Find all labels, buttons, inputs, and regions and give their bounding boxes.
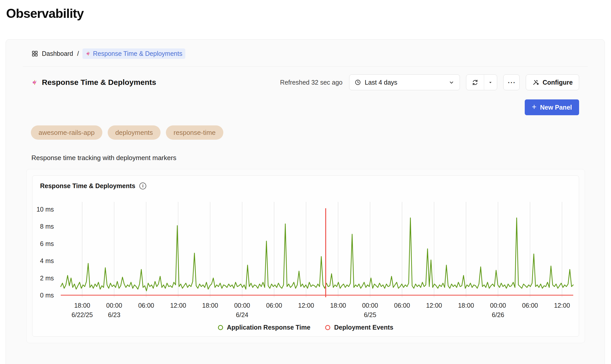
svg-text:18:00: 18:00: [330, 302, 346, 309]
new-panel-button[interactable]: + New Panel: [525, 99, 579, 115]
carousel-horse-icon: [31, 79, 38, 86]
svg-text:0 ms: 0 ms: [40, 292, 54, 299]
breadcrumb-current-link[interactable]: Response Time & Deployments: [82, 48, 185, 59]
configure-label: Configure: [543, 79, 573, 86]
new-panel-label: New Panel: [540, 104, 572, 111]
caret-down-icon: [488, 80, 493, 85]
svg-text:12:00: 12:00: [554, 302, 570, 309]
clock-icon: [355, 79, 361, 86]
ellipsis-icon: ⋯: [507, 77, 516, 87]
legend-item-deployments[interactable]: Deployment Events: [325, 324, 393, 331]
svg-text:00:00: 00:00: [234, 302, 250, 309]
panel-title: Response Time & Deployments: [42, 78, 156, 87]
legend-ring-red: [325, 325, 330, 330]
time-range-select[interactable]: Last 4 days: [349, 74, 460, 90]
svg-text:06:00: 06:00: [394, 302, 410, 309]
svg-text:06:00: 06:00: [522, 302, 538, 309]
chevron-down-icon: [448, 79, 455, 85]
time-range-value: Last 4 days: [365, 79, 445, 86]
more-options-button[interactable]: ⋯: [503, 74, 520, 90]
panel-controls: Refreshed 32 sec ago Last 4 days: [280, 74, 579, 90]
tag-deployments[interactable]: deployments: [108, 125, 161, 140]
breadcrumb-current-label: Response Time & Deployments: [93, 50, 182, 57]
svg-text:00:00: 00:00: [362, 302, 378, 309]
chart-legend: Application Response Time Deployment Eve…: [32, 324, 579, 331]
dashboard-card: Dashboard / Response Time & Deployments: [6, 39, 605, 364]
svg-text:00:00: 00:00: [106, 302, 122, 309]
breadcrumb: Dashboard / Response Time & Deployments: [31, 48, 588, 59]
tags-row: awesome-rails-app deployments response-t…: [31, 125, 579, 140]
svg-text:6/22/25: 6/22/25: [71, 311, 93, 318]
panel-header: Response Time & Deployments Refreshed 32…: [31, 74, 579, 90]
svg-text:06:00: 06:00: [138, 302, 154, 309]
svg-text:2 ms: 2 ms: [40, 275, 54, 282]
svg-text:12:00: 12:00: [170, 302, 186, 309]
svg-text:12:00: 12:00: [298, 302, 314, 309]
legend-label: Deployment Events: [334, 324, 393, 331]
svg-text:6/25: 6/25: [364, 311, 376, 318]
svg-text:6/24: 6/24: [236, 311, 248, 318]
svg-text:4 ms: 4 ms: [40, 257, 54, 264]
panel-description: Response time tracking with deployment m…: [31, 154, 605, 162]
refresh-interval-dropdown[interactable]: [484, 75, 497, 90]
svg-text:6/23: 6/23: [108, 311, 120, 318]
breadcrumb-separator: /: [77, 50, 79, 57]
svg-text:06:00: 06:00: [266, 302, 282, 309]
svg-text:6/26: 6/26: [492, 311, 504, 318]
plus-icon: +: [532, 102, 536, 112]
svg-text:12:00: 12:00: [426, 302, 442, 309]
refresh-icon: [472, 79, 479, 86]
chart-title: Response Time & Deployments: [40, 182, 135, 190]
svg-text:6 ms: 6 ms: [40, 240, 54, 247]
legend-ring-green: [218, 325, 223, 330]
svg-text:18:00: 18:00: [74, 302, 90, 309]
svg-text:18:00: 18:00: [458, 302, 474, 309]
svg-text:8 ms: 8 ms: [40, 223, 54, 230]
chart-panel: Response Time & Deployments i 0 ms2 ms4 …: [26, 169, 585, 343]
page-title: Observability: [6, 6, 611, 21]
header-divider: [23, 67, 588, 67]
refresh-button[interactable]: [466, 75, 484, 90]
info-icon[interactable]: i: [139, 183, 146, 189]
dashboard-grid-icon: [31, 50, 38, 57]
chart-card: Response Time & Deployments i 0 ms2 ms4 …: [32, 175, 579, 337]
legend-label: Application Response Time: [227, 324, 310, 331]
tag-response-time[interactable]: response-time: [166, 125, 223, 140]
refreshed-status: Refreshed 32 sec ago: [280, 79, 343, 86]
svg-text:00:00: 00:00: [490, 302, 506, 309]
tools-icon: [532, 79, 539, 86]
breadcrumb-dashboard-link[interactable]: Dashboard: [42, 50, 73, 57]
response-time-chart[interactable]: 0 ms2 ms4 ms6 ms8 ms10 ms18:0000:0006:00…: [32, 202, 579, 320]
svg-text:18:00: 18:00: [202, 302, 218, 309]
legend-item-response-time[interactable]: Application Response Time: [218, 324, 310, 331]
refresh-split-button: [466, 74, 497, 90]
svg-text:10 ms: 10 ms: [36, 206, 54, 213]
configure-button[interactable]: Configure: [526, 74, 579, 90]
tag-awesome-rails-app[interactable]: awesome-rails-app: [31, 125, 102, 140]
carousel-horse-icon: [85, 51, 91, 56]
